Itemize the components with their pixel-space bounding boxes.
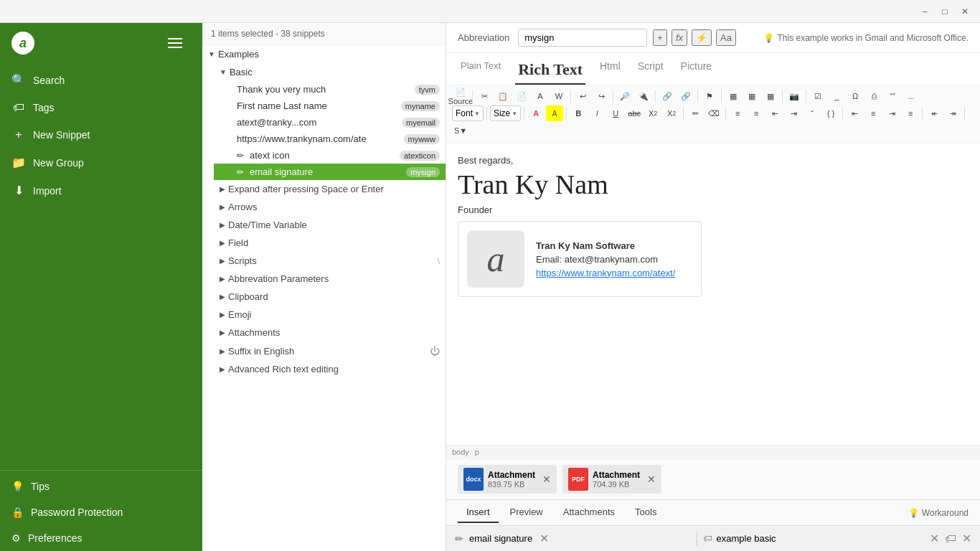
tab-tools[interactable]: Tools <box>626 502 665 523</box>
ol-button[interactable]: ≡ <box>729 105 746 121</box>
attachments-category[interactable]: ▶ Attachments <box>202 324 446 342</box>
sidebar-item-new-snippet[interactable]: + New Snippet <box>0 121 202 149</box>
datetime-category[interactable]: ▶ Date/Time Variable <box>202 216 446 234</box>
tab-attachments[interactable]: Attachments <box>555 502 623 523</box>
highlight2-button[interactable]: ✏ <box>687 105 704 121</box>
footer-delete-icon[interactable]: ✕ <box>962 532 971 545</box>
abbrev-params-category[interactable]: ▶ Abbrevation Parameters <box>202 270 446 288</box>
copy-button[interactable]: 📋 <box>494 88 512 104</box>
scripts-category[interactable]: ▶ Scripts \ <box>202 252 446 270</box>
lightning-button[interactable]: ⚡ <box>692 29 712 46</box>
sidebar-item-tips[interactable]: 💡 Tips <box>0 474 202 499</box>
cut-button[interactable]: ✂ <box>476 88 493 104</box>
highlight-button[interactable]: A <box>546 105 563 121</box>
undo-button[interactable]: ↩ <box>574 88 591 104</box>
tab-preview[interactable]: Preview <box>501 502 552 523</box>
hr-button[interactable]: ⎯ <box>828 88 845 104</box>
workaround-button[interactable]: 💡 Workaround <box>908 508 969 518</box>
list-item[interactable]: First name Last name myname <box>214 98 446 114</box>
checkbox-button[interactable]: ☑ <box>809 88 826 104</box>
outdent-button[interactable]: ⇤ <box>766 105 783 121</box>
case-button[interactable]: Aa <box>716 29 736 46</box>
list-item-selected[interactable]: ✏ email signature mysign <box>214 164 446 180</box>
arrows-category[interactable]: ▶ Arrows <box>202 198 446 216</box>
close-button[interactable]: ✕ <box>956 2 974 21</box>
tab-rich-text[interactable]: Rich Text <box>515 56 585 85</box>
font-dropdown[interactable]: Font ▼ <box>452 105 484 121</box>
field-category[interactable]: ▶ Field <box>202 234 446 252</box>
attachment-1-close-button[interactable]: ✕ <box>542 474 551 485</box>
sidebar-item-password-protection[interactable]: 🔒 Password Protection <box>0 499 202 525</box>
underline-button[interactable]: U <box>607 105 624 121</box>
remove-format-button[interactable]: ⌫ <box>705 105 722 121</box>
expand-space-enter-category[interactable]: ▶ Expand after pressing Space or Enter <box>202 180 446 198</box>
bidi-ltr-button[interactable]: ↞ <box>925 105 943 121</box>
special-char-button[interactable]: Ω <box>847 88 864 104</box>
list-item[interactable]: Thank you very much tyvm <box>214 81 446 98</box>
unlink-button[interactable]: 🔗 <box>677 88 694 104</box>
paste-text-button[interactable]: A <box>532 88 549 104</box>
attachment-2-close-button[interactable]: ✕ <box>647 474 656 485</box>
flag-button[interactable]: ⚑ <box>701 88 718 104</box>
paste-button[interactable]: 📄 <box>513 88 530 104</box>
tag-add-icon[interactable]: 🏷 <box>945 532 956 545</box>
italic-button[interactable]: I <box>588 105 606 121</box>
find-button[interactable]: 🔎 <box>616 88 633 104</box>
more-button[interactable]: ... <box>903 88 920 104</box>
align-center-button[interactable]: ≡ <box>864 105 882 121</box>
blockquote-button[interactable]: “” <box>884 88 901 104</box>
link-button[interactable]: 🔗 <box>659 88 676 104</box>
tab-plain-text[interactable]: Plain Text <box>458 56 504 85</box>
basic-group-header[interactable]: ▼ Basic <box>214 63 446 81</box>
paste-word-button[interactable]: W <box>550 88 567 104</box>
bidi-rtl-button[interactable]: ↠ <box>944 105 961 121</box>
tab-script[interactable]: Script <box>635 56 666 85</box>
insert-row-button[interactable]: ▦ <box>743 88 760 104</box>
sidebar-item-tags[interactable]: 🏷 Tags <box>0 94 202 121</box>
superscript-button[interactable]: X2 <box>663 105 680 121</box>
size-dropdown[interactable]: Size ▼ <box>490 105 521 121</box>
snippet-name-close-button[interactable]: ✕ <box>540 532 549 545</box>
font-color-button[interactable]: A <box>527 105 545 121</box>
sidebar-item-search[interactable]: 🔍 Search <box>0 66 202 94</box>
minimize-button[interactable]: – <box>915 2 934 21</box>
table-button[interactable]: ▦ <box>725 88 742 104</box>
align-justify-button[interactable]: ≡ <box>902 105 919 121</box>
tag-close-button[interactable]: ✕ <box>930 532 939 545</box>
add-abbrev-button[interactable]: + <box>653 29 667 46</box>
list-item[interactable]: ✏ atext icon atexticon <box>214 147 446 164</box>
tab-html[interactable]: Html <box>597 56 623 85</box>
align-left-button[interactable]: ⇤ <box>846 105 863 121</box>
sidebar-item-new-group[interactable]: 📁 New Group <box>0 149 202 176</box>
blockquote2-button[interactable]: “ <box>804 105 821 121</box>
menu-toggle-button[interactable] <box>168 32 191 55</box>
abbreviation-input[interactable] <box>518 29 647 47</box>
styles-button[interactable]: S▼ <box>452 123 469 138</box>
source-button[interactable]: 📄 Source <box>452 88 469 104</box>
maximize-button[interactable]: □ <box>936 2 954 21</box>
website-link[interactable]: https://www.trankynam.com/atext/ <box>536 268 675 278</box>
redo-button[interactable]: ↪ <box>593 88 610 104</box>
ul-button[interactable]: ≡ <box>748 105 765 121</box>
list-item[interactable]: atext@tranky...com myemail <box>214 114 446 131</box>
align-right-button[interactable]: ⇥ <box>883 105 900 121</box>
tab-picture[interactable]: Picture <box>678 56 715 85</box>
clipboard-category[interactable]: ▶ Clipboard <box>202 288 446 306</box>
tab-insert[interactable]: Insert <box>458 502 499 523</box>
delete-row-button[interactable]: ▦ <box>762 88 779 104</box>
subscript-button[interactable]: X2 <box>644 105 661 121</box>
editor-content[interactable]: Best regards, Tran Ky Nam Founder a Tran… <box>446 143 980 445</box>
image-button[interactable]: 📷 <box>786 88 803 104</box>
code-button[interactable]: ⎙ <box>865 88 882 104</box>
strikethrough-button[interactable]: abc <box>626 105 643 121</box>
advanced-rich-category[interactable]: ▶ Advanced Rich text editing <box>202 360 446 378</box>
pre-button[interactable]: { } <box>822 105 839 121</box>
replace-button[interactable]: 🔌 <box>635 88 652 104</box>
sidebar-item-import[interactable]: ⬇ Import <box>0 176 202 204</box>
emoji-category[interactable]: ▶ Emoji <box>202 306 446 324</box>
bold-button[interactable]: B <box>570 105 587 121</box>
fx-button[interactable]: fx <box>672 29 687 46</box>
list-item[interactable]: https://www.trankynam.com/ate mywww <box>214 131 446 147</box>
indent-button[interactable]: ⇥ <box>785 105 802 121</box>
suffix-english-category[interactable]: ▶ Suffix in English ⏻ <box>202 342 446 360</box>
